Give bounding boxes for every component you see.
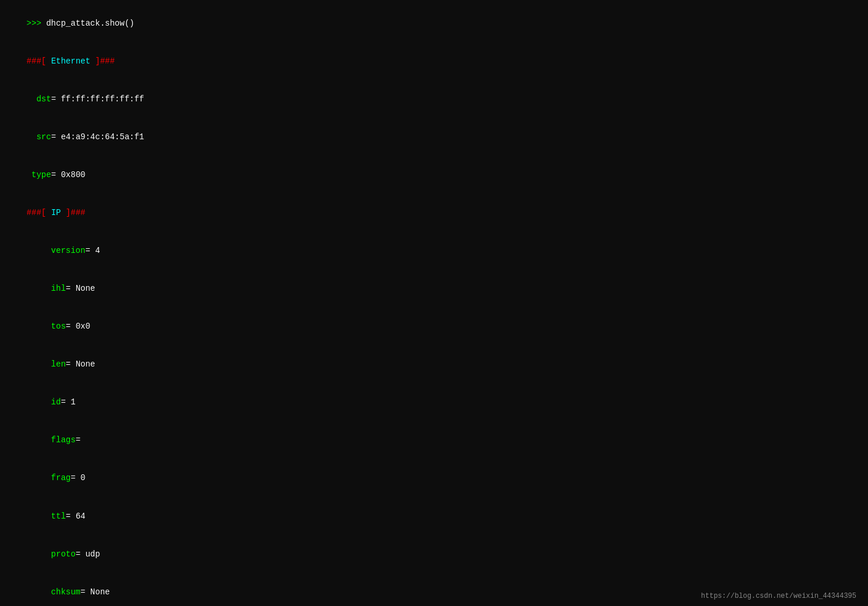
prompt-1: >>> [27,19,47,28]
field-ip-len: len= None [7,346,861,384]
field-value-proto: udp [85,549,100,559]
field-name-chksum: chksum [27,587,80,597]
section-hash-ip-1: ###[ [27,208,51,217]
field-value-id: 1 [71,397,75,407]
field-value-type: 0x800 [61,170,85,179]
field-ip-chksum: chksum= None [7,573,861,606]
field-value-version: 4 [95,246,100,255]
section-name-ethernet: Ethernet [51,57,90,66]
field-ip-proto: proto= udp [7,535,861,573]
field-ip-ttl: ttl= 64 [7,498,861,535]
cmd-text-1: dhcp_attack.show() [46,19,134,28]
field-value-dst: ff:ff:ff:ff:ff:ff [61,94,144,104]
field-name-ttl: ttl [27,512,66,521]
field-value-ttl: 64 [76,512,86,521]
section-ip: ###[ IP ]### [7,194,861,232]
field-value-len: None [76,360,96,369]
field-name-version: version [27,246,86,255]
field-ip-frag: frag= 0 [7,460,861,498]
section-hash-1: ###[ [27,57,51,66]
field-name-tos: tos [27,322,66,331]
field-ip-tos: tos= 0x0 [7,308,861,346]
field-dst: dst= ff:ff:ff:ff:ff:ff [7,80,861,118]
terminal: >>> dhcp_attack.show() ###[ Ethernet ]##… [0,0,868,606]
field-value-tos: 0x0 [76,322,90,331]
field-name-proto: proto [27,549,76,559]
field-value-frag: 0 [80,473,85,482]
field-name-type: type [27,170,51,179]
field-type: type= 0x800 [7,156,861,194]
url-watermark: https://blog.csdn.net/weixin_44344395 [701,592,856,600]
field-ip-flags: flags= [7,422,861,460]
field-name-dst: dst [27,94,51,104]
field-ip-version: version= 4 [7,232,861,270]
field-name-flags: flags [27,435,76,445]
command-line-1: >>> dhcp_attack.show() [7,5,861,43]
section-name-ip: IP [51,208,61,217]
field-value-src: e4:a9:4c:64:5a:f1 [61,132,144,142]
field-name-len: len [27,360,66,369]
field-value-ihl: None [76,284,96,293]
field-src: src= e4:a9:4c:64:5a:f1 [7,118,861,156]
field-value-chksum: None [90,587,110,597]
field-name-src: src [27,132,51,142]
field-name-ihl: ihl [27,284,66,293]
field-name-frag: frag [27,473,71,482]
field-name-id: id [27,397,61,407]
section-hash-ip-2: ]### [61,208,85,217]
field-ip-ihl: ihl= None [7,270,861,308]
field-ip-id: id= 1 [7,384,861,422]
section-hash-2: ]### [90,57,115,66]
section-ethernet: ###[ Ethernet ]### [7,43,861,80]
